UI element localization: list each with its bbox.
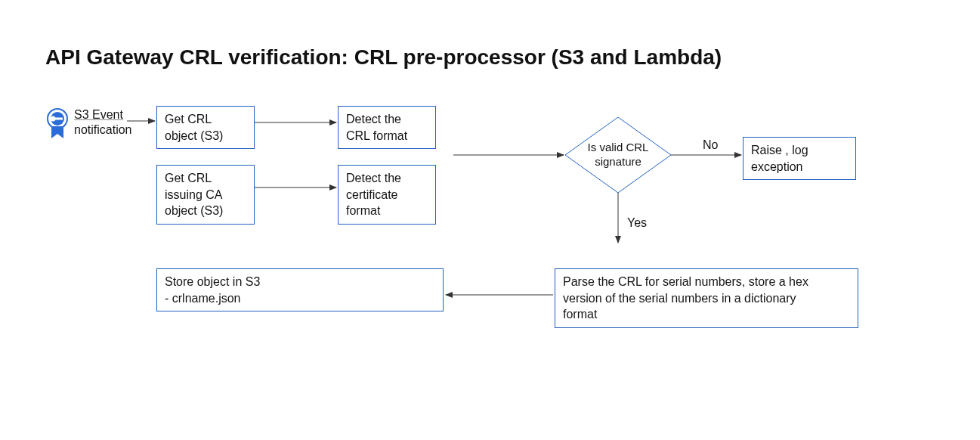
page-title: API Gateway CRL verification: CRL pre-pr… xyxy=(45,45,722,70)
s3-event-icon xyxy=(44,108,71,141)
svg-rect-3 xyxy=(55,118,63,120)
box-parse-crl: Parse the CRL for serial numbers, store … xyxy=(555,268,858,328)
label-no: No xyxy=(703,138,718,152)
s3-event-line1: S3 Event xyxy=(74,108,123,121)
box-detect-crl: Detect the CRL format xyxy=(338,106,436,149)
s3-event-label: S3 Event notification xyxy=(74,107,132,138)
label-yes: Yes xyxy=(627,216,647,230)
svg-point-2 xyxy=(51,116,56,122)
box-get-crl: Get CRL object (S3) xyxy=(156,106,255,149)
s3-event-line2: notification xyxy=(74,123,132,136)
box-get-ca: Get CRL issuing CA object (S3) xyxy=(156,165,255,225)
box-store-object: Store object in S3 - crlname.json xyxy=(156,268,444,311)
decision-valid-signature: Is valid CRL signature xyxy=(565,117,671,193)
decision-text: Is valid CRL signature xyxy=(565,117,671,193)
box-raise-exception: Raise , log exception xyxy=(743,137,856,180)
box-detect-cert: Detect the certificate format xyxy=(338,165,436,225)
